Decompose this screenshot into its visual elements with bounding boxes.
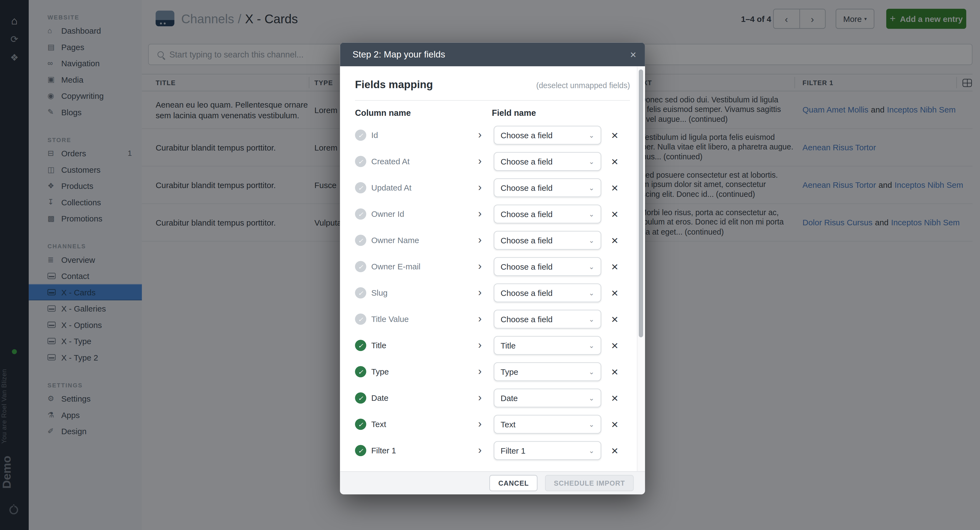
modal-title: Step 2: Map your fields bbox=[352, 49, 630, 60]
mapping-row-owner-name: ✓ Owner Name › Choose a field⌄ × bbox=[355, 227, 630, 254]
chevron-right-icon: › bbox=[478, 418, 482, 431]
scrollbar-thumb[interactable] bbox=[639, 70, 643, 337]
chevron-down-icon: ⌄ bbox=[589, 157, 595, 166]
check-icon[interactable]: ✓ bbox=[355, 313, 366, 325]
remove-field-button[interactable]: × bbox=[611, 234, 618, 246]
remove-field-button[interactable]: × bbox=[611, 418, 618, 430]
check-icon[interactable]: ✓ bbox=[355, 392, 366, 404]
field-select[interactable]: Choose a field⌄ bbox=[494, 178, 601, 197]
schedule-import-button[interactable]: SCHEDULE IMPORT bbox=[545, 475, 633, 491]
field-select[interactable]: Text⌄ bbox=[494, 415, 601, 434]
mapping-row-created-at: ✓ Created At › Choose a field⌄ × bbox=[355, 148, 630, 175]
cancel-button[interactable]: CANCEL bbox=[490, 475, 538, 491]
mapping-row-id: ✓ Id › Choose a field⌄ × bbox=[355, 122, 630, 148]
chevron-down-icon: ⌄ bbox=[589, 131, 595, 139]
check-icon[interactable]: ✓ bbox=[355, 418, 366, 430]
chevron-down-icon: ⌄ bbox=[589, 263, 595, 271]
chevron-down-icon: ⌄ bbox=[589, 394, 595, 402]
modal-body: Fields mapping (deselect unmapped fields… bbox=[340, 66, 645, 471]
chevron-down-icon: ⌄ bbox=[589, 315, 595, 323]
field-select[interactable]: Type⌄ bbox=[494, 362, 601, 381]
chevron-down-icon: ⌄ bbox=[589, 289, 595, 297]
field-select[interactable]: Filter 1⌄ bbox=[494, 441, 601, 460]
remove-field-button[interactable]: × bbox=[611, 366, 618, 378]
remove-field-button[interactable]: × bbox=[611, 340, 618, 351]
mapping-row-type: ✓ Type › Type⌄ × bbox=[355, 359, 630, 385]
mapping-row-owner-email: ✓ Owner E-mail › Choose a field⌄ × bbox=[355, 254, 630, 280]
check-icon[interactable]: ✓ bbox=[355, 156, 366, 167]
chevron-right-icon: › bbox=[478, 129, 482, 142]
check-icon[interactable]: ✓ bbox=[355, 366, 366, 377]
fields-mapping-title: Fields mapping bbox=[355, 79, 536, 91]
modal-footer: CANCEL SCHEDULE IMPORT bbox=[340, 471, 645, 495]
map-fields-modal: Step 2: Map your fields × Fields mapping… bbox=[340, 42, 645, 494]
mapping-row-text: ✓ Text › Text⌄ × bbox=[355, 411, 630, 437]
check-icon[interactable]: ✓ bbox=[355, 445, 366, 456]
column-name-header: Column name bbox=[355, 108, 411, 117]
chevron-down-icon: ⌄ bbox=[589, 447, 595, 455]
modal-scrollbar[interactable] bbox=[637, 66, 645, 471]
modal-header: Step 2: Map your fields × bbox=[340, 42, 645, 66]
remove-field-button[interactable]: × bbox=[611, 129, 618, 141]
field-select[interactable]: Choose a field⌄ bbox=[494, 204, 601, 223]
remove-field-button[interactable]: × bbox=[611, 392, 618, 404]
field-select[interactable]: Choose a field⌄ bbox=[494, 152, 601, 171]
chevron-right-icon: › bbox=[478, 339, 482, 352]
remove-field-button[interactable]: × bbox=[611, 260, 618, 272]
field-select[interactable]: Choose a field⌄ bbox=[494, 126, 601, 145]
chevron-down-icon: ⌄ bbox=[589, 368, 595, 376]
chevron-right-icon: › bbox=[478, 155, 482, 168]
field-name-header: Field name bbox=[492, 108, 536, 117]
remove-field-button[interactable]: × bbox=[611, 182, 618, 193]
mapping-row-filter-1: ✓ Filter 1 › Filter 1⌄ × bbox=[355, 437, 630, 464]
deselect-unmapped-link[interactable]: (deselect unmapped fields) bbox=[536, 81, 630, 90]
mapping-row-owner-id: ✓ Owner Id › Choose a field⌄ × bbox=[355, 201, 630, 227]
field-select[interactable]: Choose a field⌄ bbox=[494, 310, 601, 329]
check-icon[interactable]: ✓ bbox=[355, 261, 366, 272]
check-icon[interactable]: ✓ bbox=[355, 208, 366, 220]
chevron-down-icon: ⌄ bbox=[589, 184, 595, 192]
remove-field-button[interactable]: × bbox=[611, 313, 618, 325]
remove-field-button[interactable]: × bbox=[611, 208, 618, 220]
check-icon[interactable]: ✓ bbox=[355, 235, 366, 246]
mapping-row-updated-at: ✓ Updated At › Choose a field⌄ × bbox=[355, 175, 630, 201]
chevron-right-icon: › bbox=[478, 444, 482, 457]
field-select[interactable]: Date⌄ bbox=[494, 388, 601, 407]
chevron-right-icon: › bbox=[478, 234, 482, 247]
field-select[interactable]: Choose a field⌄ bbox=[494, 283, 601, 302]
chevron-down-icon: ⌄ bbox=[589, 420, 595, 428]
chevron-right-icon: › bbox=[478, 287, 482, 299]
chevron-right-icon: › bbox=[478, 182, 482, 194]
close-icon[interactable]: × bbox=[630, 49, 636, 60]
chevron-down-icon: ⌄ bbox=[589, 236, 595, 244]
check-icon[interactable]: ✓ bbox=[355, 182, 366, 193]
mapping-row-title-value: ✓ Title Value › Choose a field⌄ × bbox=[355, 306, 630, 332]
chevron-right-icon: › bbox=[478, 208, 482, 220]
mapping-row-title: ✓ Title › Title⌄ × bbox=[355, 332, 630, 359]
chevron-right-icon: › bbox=[478, 260, 482, 273]
mapping-row-date: ✓ Date › Date⌄ × bbox=[355, 385, 630, 411]
field-select[interactable]: Title⌄ bbox=[494, 336, 601, 355]
check-icon[interactable]: ✓ bbox=[355, 287, 366, 299]
mapping-row-slug: ✓ Slug › Choose a field⌄ × bbox=[355, 280, 630, 306]
chevron-down-icon: ⌄ bbox=[589, 342, 595, 350]
chevron-right-icon: › bbox=[478, 366, 482, 378]
check-icon[interactable]: ✓ bbox=[355, 340, 366, 351]
app-window: ⌂ ⟳ ❖ You are Roel Van Blizen Demo WEBSI… bbox=[0, 0, 980, 530]
chevron-right-icon: › bbox=[478, 392, 482, 404]
check-icon[interactable]: ✓ bbox=[355, 129, 366, 141]
field-select[interactable]: Choose a field⌄ bbox=[494, 231, 601, 250]
field-select[interactable]: Choose a field⌄ bbox=[494, 257, 601, 276]
remove-field-button[interactable]: × bbox=[611, 287, 618, 299]
remove-field-button[interactable]: × bbox=[611, 155, 618, 167]
chevron-down-icon: ⌄ bbox=[589, 210, 595, 218]
chevron-right-icon: › bbox=[478, 313, 482, 326]
remove-field-button[interactable]: × bbox=[611, 445, 618, 457]
